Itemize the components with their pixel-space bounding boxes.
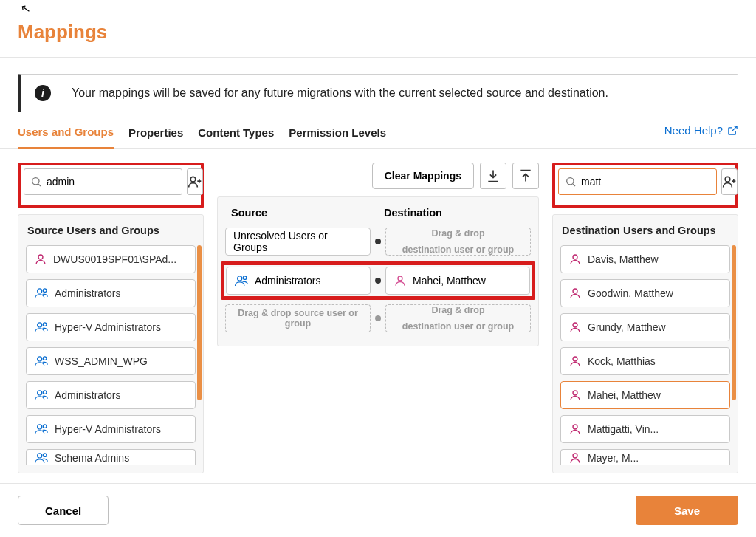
- group-icon: [34, 355, 49, 368]
- search-icon: [565, 176, 577, 188]
- mapping-dest-cell[interactable]: Mahei, Matthew: [385, 267, 530, 295]
- user-icon: [34, 253, 47, 266]
- dest-add-user-button[interactable]: [721, 168, 738, 195]
- group-icon: [234, 274, 249, 287]
- user-icon: [394, 274, 407, 287]
- svg-point-14: [43, 453, 47, 456]
- mapping-toolbar: Clear Mappings: [217, 163, 539, 189]
- list-item[interactable]: Grundy, Matthew: [560, 313, 730, 341]
- mapping-source-dropzone[interactable]: Drag & drop source user or group: [225, 304, 371, 332]
- upload-mappings-button[interactable]: [512, 163, 539, 189]
- svg-point-2: [38, 255, 43, 259]
- user-icon: [568, 355, 582, 368]
- mapping-source-cell[interactable]: Administrators: [226, 267, 371, 295]
- user-icon: [568, 253, 582, 266]
- svg-point-13: [38, 453, 42, 457]
- info-bar: i Your mappings will be saved for any fu…: [18, 74, 738, 112]
- mapping-source-cell[interactable]: Unresolved Users or Groups: [225, 228, 371, 256]
- cancel-button[interactable]: Cancel: [18, 496, 109, 525]
- list-item[interactable]: Mayer, M...: [560, 449, 730, 465]
- source-column: Source Users and Groups DWUS0019SPF01\SP…: [18, 163, 204, 473]
- group-icon: [34, 287, 49, 300]
- source-panel-title: Source Users and Groups: [26, 215, 196, 245]
- svg-point-23: [573, 357, 577, 361]
- source-search-input[interactable]: [47, 176, 176, 188]
- list-item[interactable]: DWUS0019SPF01\SPAd...: [26, 245, 196, 273]
- mapping-column: Clear Mappings Source Destination Unreso…: [217, 163, 539, 473]
- svg-point-17: [398, 276, 402, 281]
- list-item[interactable]: Goodwin, Matthew: [560, 279, 730, 307]
- mapping-row: Administrators Mahei, Matthew: [226, 267, 530, 295]
- download-mappings-button[interactable]: [480, 163, 506, 189]
- svg-point-15: [238, 276, 242, 281]
- scrollbar[interactable]: [197, 245, 202, 400]
- footer: Cancel Save: [0, 483, 756, 537]
- svg-point-24: [573, 391, 577, 395]
- svg-point-10: [43, 391, 47, 394]
- scrollbar[interactable]: [732, 245, 736, 400]
- mapping-connector: [371, 278, 385, 284]
- destination-list: Davis, Matthew Goodwin, Matthew Grundy, …: [560, 245, 730, 465]
- source-add-user-button[interactable]: [187, 168, 203, 195]
- list-item[interactable]: Kock, Matthias: [560, 347, 730, 375]
- mapping-connector: [371, 239, 385, 244]
- mapping-dest-dropzone[interactable]: Drag & drop destination user or group: [385, 228, 531, 256]
- list-item[interactable]: WSS_ADMIN_WPG: [26, 347, 196, 375]
- dest-search-input[interactable]: [581, 176, 710, 188]
- list-item[interactable]: Schema Admins: [26, 449, 196, 465]
- mapping-row-empty: Drag & drop source user or group Drag & …: [225, 304, 531, 332]
- mapping-connector: [371, 315, 385, 321]
- tab-content-types[interactable]: Content Types: [198, 126, 274, 148]
- info-message: Your mappings will be saved for any futu…: [72, 86, 608, 100]
- svg-point-6: [43, 323, 47, 326]
- svg-point-5: [38, 323, 42, 327]
- list-item[interactable]: Hyper-V Administrators: [26, 415, 196, 443]
- dest-search-wrapper: [558, 168, 717, 195]
- svg-point-20: [573, 255, 577, 259]
- tab-properties[interactable]: Properties: [128, 126, 183, 148]
- destination-panel: Destination Users and Groups Davis, Matt…: [552, 214, 738, 473]
- list-item[interactable]: Administrators: [26, 381, 196, 409]
- svg-point-11: [38, 425, 42, 429]
- info-icon: i: [35, 85, 51, 101]
- svg-point-19: [725, 177, 730, 182]
- list-item[interactable]: Administrators: [26, 279, 196, 307]
- list-item[interactable]: Hyper-V Administrators: [26, 313, 196, 341]
- mapping-panel: Source Destination Unresolved Users or G…: [217, 196, 539, 346]
- svg-point-22: [573, 323, 577, 327]
- svg-point-12: [43, 425, 47, 428]
- svg-point-16: [243, 276, 247, 280]
- tabs: Users and Groups Properties Content Type…: [0, 126, 756, 149]
- highlight-source-search: [18, 163, 204, 208]
- list-item[interactable]: Mahei, Matthew: [560, 381, 730, 409]
- page-header: Mappings: [0, 0, 756, 58]
- tab-permission-levels[interactable]: Permission Levels: [289, 126, 386, 148]
- search-icon: [30, 176, 42, 188]
- svg-point-25: [573, 425, 577, 429]
- clear-mappings-button[interactable]: Clear Mappings: [372, 163, 474, 189]
- svg-point-8: [43, 357, 47, 360]
- group-icon: [34, 423, 49, 436]
- list-item[interactable]: Mattigatti, Vin...: [560, 415, 730, 443]
- svg-point-3: [38, 289, 42, 293]
- add-user-icon: [722, 174, 737, 189]
- user-icon: [568, 389, 582, 402]
- highlight-mapping-row: Administrators Mahei, Matthew: [221, 261, 535, 300]
- user-icon: [568, 451, 582, 465]
- external-link-icon: [727, 125, 738, 136]
- need-help-link[interactable]: Need Help?: [664, 124, 738, 137]
- destination-panel-title: Destination Users and Groups: [560, 215, 730, 245]
- upload-icon: [518, 168, 533, 183]
- destination-column: Destination Users and Groups Davis, Matt…: [552, 163, 738, 473]
- svg-point-7: [38, 357, 42, 361]
- mapping-header: Source Destination: [225, 197, 531, 228]
- list-item[interactable]: Davis, Matthew: [560, 245, 730, 273]
- group-icon: [34, 451, 49, 465]
- mapping-row: Unresolved Users or Groups Drag & drop d…: [225, 228, 531, 256]
- tab-users-and-groups[interactable]: Users and Groups: [18, 126, 114, 149]
- svg-point-21: [573, 289, 577, 293]
- svg-point-26: [573, 454, 577, 458]
- save-button[interactable]: Save: [636, 496, 738, 525]
- svg-point-1: [190, 177, 196, 182]
- mapping-dest-dropzone[interactable]: Drag & drop destination user or group: [385, 304, 531, 332]
